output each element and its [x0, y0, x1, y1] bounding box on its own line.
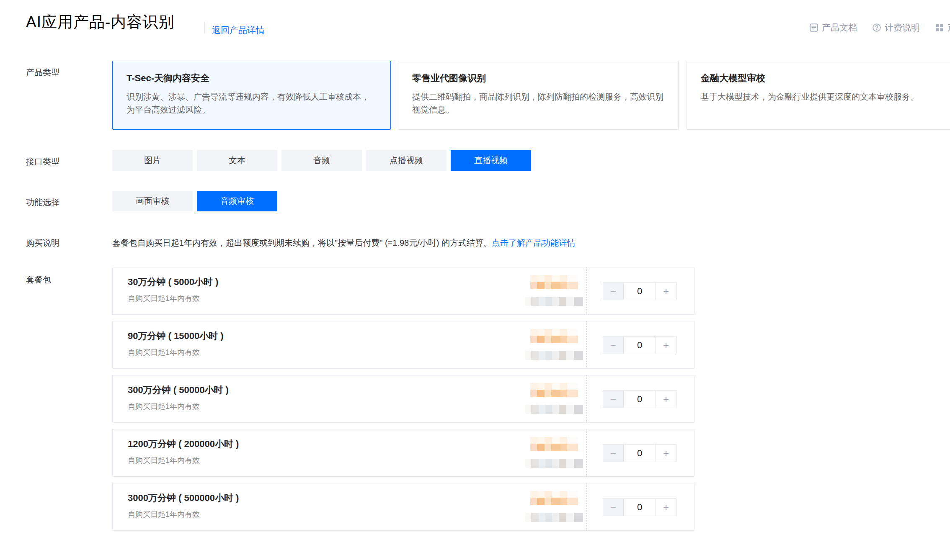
quantity-input[interactable]: 0: [623, 498, 656, 516]
product-card-title: T-Sec-天御内容安全: [126, 72, 377, 85]
package-divider: [586, 375, 587, 422]
quantity-increase-button[interactable]: +: [656, 390, 676, 408]
help-icon: [872, 23, 881, 32]
package-validity: 自购买日起1年内有效: [128, 509, 200, 519]
product-type-label: 产品类型: [26, 67, 59, 78]
package-label: 套餐包: [26, 274, 51, 285]
product-card-retail[interactable]: 零售业代图像识别 提供二维码翻拍，商品陈列识别，陈列防翻拍的检测服务，高效识别视…: [398, 61, 679, 130]
quantity-increase-button[interactable]: +: [656, 283, 676, 300]
product-card-description: 基于大模型技术，为金融行业提供更深度的文本审校服务。: [701, 90, 950, 103]
package-price-redacted: [525, 329, 588, 360]
console-icon: [935, 23, 944, 32]
purchase-note-label: 购买说明: [26, 237, 59, 249]
quantity-stepper: − 0 +: [603, 337, 676, 354]
package-row: 90万分钟 ( 15000小时 ) 自购买日起1年内有效 − 0 +: [112, 321, 694, 369]
function-option-video-review[interactable]: 画面审核: [112, 191, 193, 211]
interface-type-options: 图片 文本 音频 点播视频 直播视频: [112, 150, 531, 171]
product-docs-button[interactable]: 产品文档: [809, 22, 857, 33]
package-validity: 自购买日起1年内有效: [128, 347, 200, 357]
purchase-page: AI应用产品-内容识别 返回产品详情 产品文档 计费说明 产品控制台 产品类型 …: [0, 0, 950, 560]
product-card-tsec[interactable]: T-Sec-天御内容安全 识别涉黄、涉暴、广告导流等违规内容，有效降低人工审核成…: [112, 61, 391, 130]
interface-option-live[interactable]: 直播视频: [451, 150, 531, 171]
package-divider: [586, 267, 587, 314]
package-validity: 自购买日起1年内有效: [128, 401, 200, 411]
package-row: 30万分钟 ( 5000小时 ) 自购买日起1年内有效 − 0 +: [112, 267, 694, 315]
package-divider: [586, 321, 587, 368]
package-title: 30万分钟 ( 5000小时 ): [128, 276, 218, 288]
package-title: 3000万分钟 ( 500000小时 ): [128, 492, 239, 504]
function-select-options: 画面审核 音频审核: [112, 191, 277, 211]
product-docs-label: 产品文档: [822, 22, 857, 33]
quantity-input[interactable]: 0: [623, 283, 656, 300]
interface-option-vod[interactable]: 点播视频: [366, 150, 447, 171]
package-row: 3000万分钟 ( 500000小时 ) 自购买日起1年内有效 − 0 +: [112, 483, 694, 531]
product-card-description: 提供二维码翻拍，商品陈列识别，陈列防翻拍的检测服务，高效识别视觉信息。: [412, 90, 664, 116]
package-row: 300万分钟 ( 50000小时 ) 自购买日起1年内有效 − 0 +: [112, 375, 694, 423]
interface-option-image[interactable]: 图片: [112, 150, 193, 171]
product-console-button[interactable]: 产品控制台: [935, 22, 950, 33]
product-card-finance[interactable]: 金融大模型审校 基于大模型技术，为金融行业提供更深度的文本审校服务。: [687, 61, 950, 130]
purchase-note: 套餐包自购买日起1年内有效，超出额度或到期未续购，将以"按量后付费" (=1.9…: [112, 237, 576, 249]
quantity-decrease-button[interactable]: −: [603, 444, 624, 462]
package-title: 1200万分钟 ( 200000小时 ): [128, 438, 239, 450]
title-divider: [204, 22, 205, 33]
package-title: 300万分钟 ( 50000小时 ): [128, 384, 229, 396]
quantity-input[interactable]: 0: [623, 337, 656, 354]
interface-option-text[interactable]: 文本: [197, 150, 277, 171]
purchase-note-text: 套餐包自购买日起1年内有效，超出额度或到期未续购，将以"按量后付费" (=1.9…: [112, 238, 492, 247]
product-card-title: 零售业代图像识别: [412, 72, 664, 85]
interface-option-audio[interactable]: 音频: [281, 150, 362, 171]
quantity-increase-button[interactable]: +: [656, 337, 676, 354]
back-to-product-link[interactable]: 返回产品详情: [212, 24, 265, 36]
product-console-label: 产品控制台: [947, 22, 950, 33]
quantity-stepper: − 0 +: [603, 444, 676, 462]
package-validity: 自购买日起1年内有效: [128, 293, 200, 303]
quantity-decrease-button[interactable]: −: [603, 337, 624, 354]
quantity-input[interactable]: 0: [623, 390, 656, 408]
package-price-redacted: [525, 383, 588, 414]
product-card-title: 金融大模型审校: [701, 72, 950, 85]
product-feature-details-link[interactable]: 点击了解产品功能详情: [492, 238, 576, 247]
page-title: AI应用产品-内容识别: [26, 12, 174, 33]
billing-info-button[interactable]: 计费说明: [872, 22, 920, 33]
interface-type-label: 接口类型: [26, 156, 59, 167]
function-select-label: 功能选择: [26, 197, 59, 208]
package-price-redacted: [525, 437, 588, 468]
quantity-increase-button[interactable]: +: [656, 444, 676, 462]
package-validity: 自购买日起1年内有效: [128, 455, 200, 465]
quantity-input[interactable]: 0: [623, 444, 656, 462]
header-actions: 产品文档 计费说明 产品控制台: [809, 22, 950, 33]
product-card-description: 识别涉黄、涉暴、广告导流等违规内容，有效降低人工审核成本，为平台高效过滤风险。: [126, 90, 377, 116]
function-option-audio-review[interactable]: 音频审核: [197, 191, 277, 211]
quantity-decrease-button[interactable]: −: [603, 498, 624, 516]
quantity-stepper: − 0 +: [603, 283, 676, 300]
package-row: 1200万分钟 ( 200000小时 ) 自购买日起1年内有效 − 0 +: [112, 429, 694, 477]
quantity-decrease-button[interactable]: −: [603, 283, 624, 300]
package-divider: [586, 429, 587, 476]
package-price-redacted: [525, 491, 588, 522]
quantity-stepper: − 0 +: [603, 498, 676, 516]
quantity-stepper: − 0 +: [603, 390, 676, 408]
document-icon: [809, 23, 818, 32]
package-price-redacted: [525, 275, 588, 306]
billing-info-label: 计费说明: [885, 22, 920, 33]
package-title: 90万分钟 ( 15000小时 ): [128, 330, 224, 342]
quantity-decrease-button[interactable]: −: [603, 390, 624, 408]
quantity-increase-button[interactable]: +: [656, 498, 676, 516]
package-divider: [586, 483, 587, 530]
